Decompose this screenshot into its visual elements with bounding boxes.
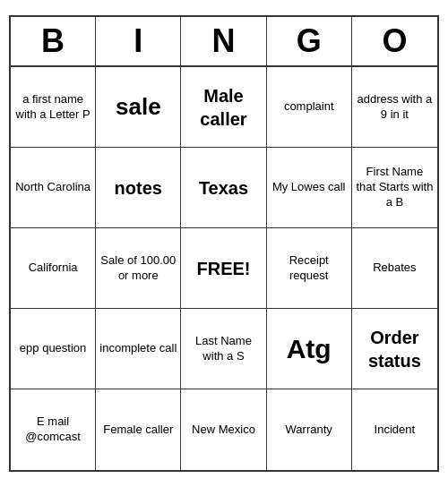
bingo-cell-4[interactable]: address with a 9 in it: [352, 67, 437, 148]
bingo-cell-14[interactable]: Rebates: [352, 228, 437, 309]
bingo-cell-9[interactable]: First Name that Starts with a B: [352, 148, 437, 228]
bingo-cell-0[interactable]: a first name with a Letter P: [11, 67, 96, 148]
bingo-cell-17[interactable]: Last Name with a S: [181, 309, 266, 389]
header-o: O: [352, 17, 437, 65]
bingo-cell-10[interactable]: California: [11, 228, 96, 309]
bingo-cell-21[interactable]: Female caller: [96, 389, 181, 470]
bingo-cell-1[interactable]: sale: [96, 67, 181, 148]
header-g: G: [267, 17, 352, 65]
header-b: B: [11, 17, 96, 65]
bingo-cell-2[interactable]: Male caller: [181, 67, 266, 148]
bingo-cell-15[interactable]: epp question: [11, 309, 96, 389]
bingo-cell-18[interactable]: Atg: [267, 309, 352, 389]
bingo-cell-3[interactable]: complaint: [267, 67, 352, 148]
bingo-cell-24[interactable]: Incident: [352, 389, 437, 470]
bingo-header: B I N G O: [11, 17, 437, 67]
bingo-cell-20[interactable]: E mail @comcast: [11, 389, 96, 470]
bingo-cell-13[interactable]: Receipt request: [267, 228, 352, 309]
bingo-grid: a first name with a Letter PsaleMale cal…: [11, 67, 437, 470]
bingo-cell-16[interactable]: incomplete call: [96, 309, 181, 389]
bingo-cell-6[interactable]: notes: [96, 148, 181, 228]
bingo-cell-22[interactable]: New Mexico: [181, 389, 266, 470]
bingo-cell-7[interactable]: Texas: [181, 148, 266, 228]
bingo-card: B I N G O a first name with a Letter Psa…: [9, 15, 439, 472]
header-n: N: [181, 17, 266, 65]
bingo-cell-12[interactable]: FREE!: [181, 228, 266, 309]
header-i: I: [96, 17, 181, 65]
bingo-cell-19[interactable]: Order status: [352, 309, 437, 389]
bingo-cell-5[interactable]: North Carolina: [11, 148, 96, 228]
bingo-cell-8[interactable]: My Lowes call: [267, 148, 352, 228]
bingo-cell-11[interactable]: Sale of 100.00 or more: [96, 228, 181, 309]
bingo-cell-23[interactable]: Warranty: [267, 389, 352, 470]
